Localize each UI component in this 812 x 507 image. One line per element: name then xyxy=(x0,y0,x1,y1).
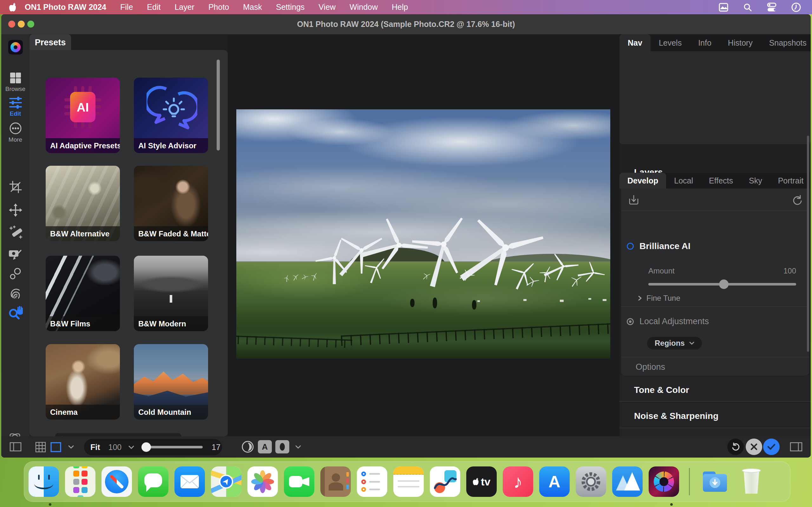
undo-button[interactable] xyxy=(727,439,744,455)
finder-dock-icon[interactable] xyxy=(29,466,59,497)
preview-compare-icon[interactable] xyxy=(241,440,254,453)
menu-settings[interactable]: Settings xyxy=(276,3,305,12)
tab-develop[interactable]: Develop xyxy=(619,173,666,188)
tab-info[interactable]: Info xyxy=(690,34,720,51)
cancel-button[interactable] xyxy=(746,439,762,455)
save-preset-icon[interactable] xyxy=(628,194,640,206)
edit-module-icon[interactable] xyxy=(9,96,22,109)
local-adjustments-header[interactable]: Local Adjustments xyxy=(627,317,709,326)
presets-scrollbar[interactable] xyxy=(217,60,220,151)
retouch-tool-icon[interactable] xyxy=(9,286,22,299)
messages-dock-icon[interactable] xyxy=(138,466,168,497)
music-dock-icon[interactable]: ♪ xyxy=(503,466,533,497)
menu-layer[interactable]: Layer xyxy=(174,3,194,12)
maps-dock-icon[interactable] xyxy=(211,466,241,497)
on1-photo-raw-dock-icon[interactable] xyxy=(649,466,679,497)
preset-cold-mountain[interactable]: Cold Mountain xyxy=(134,344,208,419)
tab-portrait[interactable]: Portrait xyxy=(770,173,811,188)
mask-brush-tool-icon[interactable] xyxy=(9,248,22,261)
on1-mountains-dock-icon[interactable] xyxy=(612,466,643,497)
zoom-value[interactable]: 100 xyxy=(108,443,122,452)
zoom-pan-tool-icon[interactable] xyxy=(8,306,23,320)
preset-bw-modern[interactable]: B&W Modern xyxy=(134,256,208,331)
amount-slider[interactable] xyxy=(648,283,796,285)
grid-view-icon[interactable] xyxy=(35,442,46,452)
toggle-left-panel-icon[interactable] xyxy=(9,442,21,452)
preset-cinema[interactable]: Cinema xyxy=(46,344,120,419)
menu-edit[interactable]: Edit xyxy=(147,3,160,12)
tab-snapshots[interactable]: Snapshots xyxy=(761,34,811,51)
more-module-label[interactable]: More xyxy=(1,136,30,143)
presets-tab[interactable]: Presets xyxy=(30,34,71,51)
fit-button[interactable]: Fit xyxy=(90,443,100,452)
fine-tune-row[interactable]: Fine Tune xyxy=(638,294,680,302)
tab-sky[interactable]: Sky xyxy=(741,173,770,188)
tab-effects[interactable]: Effects xyxy=(701,173,741,188)
preset-bw-films[interactable]: B&W Films xyxy=(46,256,120,331)
launchpad-dock-icon[interactable] xyxy=(65,466,96,497)
safari-dock-icon[interactable] xyxy=(101,466,132,497)
mask-view-a-button[interactable]: A xyxy=(258,440,272,453)
photos-dock-icon[interactable] xyxy=(247,466,278,497)
menubar-app-name[interactable]: ON1 Photo RAW 2024 xyxy=(25,3,106,12)
apple-menu-icon[interactable] xyxy=(9,3,17,12)
single-view-icon[interactable] xyxy=(50,442,61,452)
preset-ai-adaptive[interactable]: AI AI Adaptive Presets xyxy=(46,78,120,153)
contacts-dock-icon[interactable] xyxy=(320,466,351,497)
zoom-chevron-icon[interactable] xyxy=(129,446,134,449)
control-center-icon[interactable] xyxy=(766,3,777,12)
ai-wand-tool-icon[interactable] xyxy=(9,226,22,239)
amount-slider-knob[interactable] xyxy=(719,279,728,289)
options-label[interactable]: Options xyxy=(636,362,665,372)
refine-tool-icon[interactable] xyxy=(9,268,22,280)
clock-icon[interactable] xyxy=(791,2,801,12)
browse-module-label[interactable]: Browse xyxy=(1,86,30,93)
regions-dropdown[interactable]: Regions xyxy=(647,337,702,349)
mail-dock-icon[interactable] xyxy=(174,466,205,497)
facetime-dock-icon[interactable] xyxy=(284,466,314,497)
app-store-dock-icon[interactable]: A xyxy=(539,466,570,497)
apply-button[interactable] xyxy=(763,439,780,455)
tab-nav[interactable]: Nav xyxy=(619,34,651,51)
menu-help[interactable]: Help xyxy=(392,3,408,12)
crop-tool-icon[interactable] xyxy=(9,181,22,193)
brilliance-enabled-icon[interactable] xyxy=(627,243,634,250)
more-module-icon[interactable] xyxy=(9,122,22,135)
reset-develop-icon[interactable] xyxy=(792,195,803,206)
apple-tv-dock-icon[interactable]: tv xyxy=(466,466,497,497)
menu-window[interactable]: Window xyxy=(350,3,378,12)
mask-overlay-button[interactable] xyxy=(275,440,289,453)
right-panel-scrollbar[interactable] xyxy=(807,135,809,352)
reminders-dock-icon[interactable] xyxy=(357,466,387,497)
zoom-slider-knob[interactable] xyxy=(142,442,151,452)
spotlight-search-icon[interactable] xyxy=(743,3,752,12)
tab-history[interactable]: History xyxy=(720,34,761,51)
menu-view[interactable]: View xyxy=(318,3,336,12)
tab-levels[interactable]: Levels xyxy=(651,34,690,51)
section-tone-color[interactable]: Tone & Color xyxy=(634,385,689,395)
tab-local[interactable]: Local xyxy=(666,173,701,188)
title-bar[interactable]: ON1 Photo RAW 2024 (Sample Photo.CR2 @ 1… xyxy=(1,14,811,34)
preset-ai-style-advisor[interactable]: AI Style Advisor xyxy=(134,78,208,153)
section-noise-sharpening[interactable]: Noise & Sharpening xyxy=(634,411,718,421)
downloads-dock-icon[interactable] xyxy=(700,466,730,497)
system-settings-dock-icon[interactable] xyxy=(576,466,606,497)
move-tool-icon[interactable] xyxy=(9,204,22,217)
amount-value[interactable]: 100 xyxy=(783,267,796,275)
menu-file[interactable]: File xyxy=(120,3,133,12)
browse-module-icon[interactable] xyxy=(9,72,22,84)
preset-bw-faded-matte[interactable]: B&W Faded & Matte xyxy=(134,166,208,241)
mask-mode-chevron-icon[interactable] xyxy=(295,445,301,449)
view-mode-chevron-icon[interactable] xyxy=(68,445,74,449)
toggle-right-panel-icon[interactable] xyxy=(790,442,803,452)
gallery-menubar-icon[interactable] xyxy=(718,2,729,12)
menu-photo[interactable]: Photo xyxy=(208,3,229,12)
menu-mask[interactable]: Mask xyxy=(243,3,262,12)
edit-module-label[interactable]: Edit xyxy=(1,110,30,117)
brilliance-header[interactable]: Brilliance AI xyxy=(627,241,691,251)
notes-dock-icon[interactable] xyxy=(393,466,424,497)
preset-bw-alternative[interactable]: B&W Alternative xyxy=(46,166,120,241)
zoom-slider[interactable] xyxy=(142,446,203,448)
freeform-dock-icon[interactable] xyxy=(430,466,460,497)
trash-dock-icon[interactable] xyxy=(736,466,767,497)
